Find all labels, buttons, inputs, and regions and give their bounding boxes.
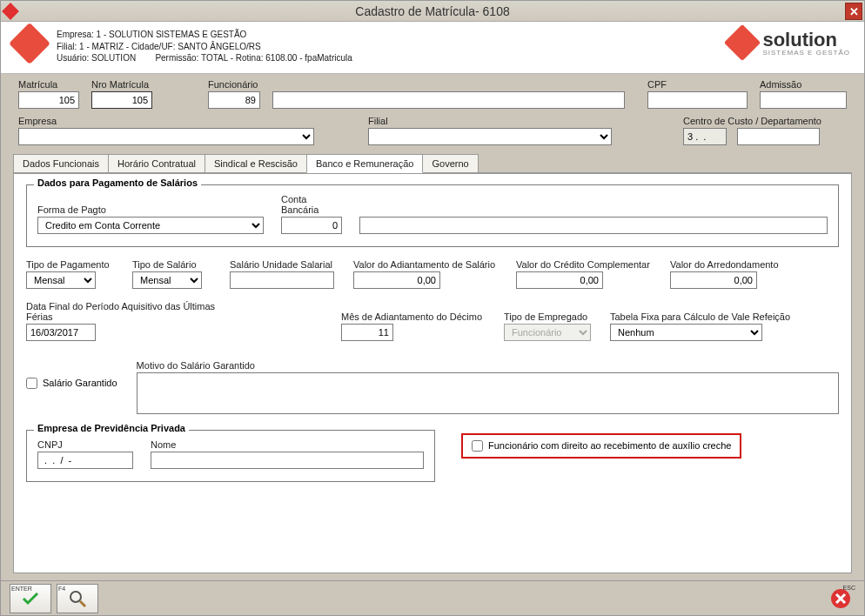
app-icon bbox=[2, 3, 19, 20]
credito-input[interactable] bbox=[516, 271, 603, 289]
dataf-input[interactable] bbox=[26, 324, 96, 341]
enter-button[interactable]: ENTER bbox=[10, 584, 51, 613]
svg-line-1 bbox=[80, 601, 85, 606]
conta-label: Conta Bancária bbox=[281, 194, 342, 215]
pagto-group-title: Dados para Pagamento de Salários bbox=[34, 177, 201, 188]
titlebar: Cadastro de Matrícula- 6108 ✕ bbox=[1, 1, 864, 22]
arredondamento-label: Valor do Arredondamento bbox=[670, 259, 788, 270]
tipo-pagamento-select[interactable]: Mensal bbox=[26, 271, 96, 289]
filial-label: Filial bbox=[368, 116, 612, 126]
cc-label: Centro de Custo / Departamento bbox=[683, 116, 727, 126]
svg-point-0 bbox=[70, 592, 81, 602]
tab-dados-funcionais[interactable]: Dados Funcionais bbox=[13, 154, 109, 172]
f4-button[interactable]: F4 bbox=[57, 584, 98, 613]
header: Empresa: 1 - SOLUTION SISTEMAS E GESTÃO … bbox=[1, 22, 864, 74]
f4-tag: F4 bbox=[58, 586, 65, 592]
search-icon bbox=[68, 589, 87, 608]
adiantamento-label: Valor do Adiantamento de Salário bbox=[353, 259, 497, 270]
sal-unidade-input[interactable] bbox=[230, 271, 334, 289]
adiantamento-input[interactable] bbox=[353, 271, 440, 289]
matricula-label: Matrícula bbox=[18, 79, 79, 90]
close-button[interactable]: ✕ bbox=[845, 3, 862, 20]
brand-text: solution bbox=[762, 29, 837, 50]
matricula-input[interactable] bbox=[18, 91, 79, 109]
motivo-salario-input[interactable] bbox=[137, 372, 839, 414]
nro-matricula-input[interactable] bbox=[91, 91, 152, 109]
cpf-label: CPF bbox=[647, 79, 748, 90]
conta-desc[interactable] bbox=[359, 217, 828, 234]
auxilio-creche-checkbox[interactable] bbox=[472, 440, 483, 452]
mes-decimo-input[interactable] bbox=[341, 324, 393, 341]
funcionario-name[interactable] bbox=[272, 91, 625, 109]
conta-num[interactable] bbox=[281, 217, 342, 234]
tabfixa-select[interactable]: Nenhum bbox=[610, 324, 762, 341]
funcionario-code[interactable] bbox=[208, 91, 260, 109]
cpf-input[interactable] bbox=[647, 91, 748, 109]
header-filial: Filial: 1 - MATRIZ - Cidade/UF: SANTO ÂN… bbox=[57, 41, 717, 53]
empresa-label: Empresa bbox=[18, 116, 314, 126]
brand: solution SISTEMAS E GESTÃO bbox=[729, 29, 850, 57]
header-empresa: Empresa: 1 - SOLUTION SISTEMAS E GESTÃO bbox=[57, 29, 717, 41]
tab-banco-remuneracao[interactable]: Banco e Remuneração bbox=[306, 154, 424, 173]
tab-sindical-rescisao[interactable]: Sindical e Rescisão bbox=[205, 154, 307, 172]
cc-name[interactable] bbox=[737, 128, 820, 145]
auxilio-creche-label: Funcionário com direito ao recebimento d… bbox=[488, 440, 731, 451]
tipo-salario-select[interactable]: Mensal bbox=[132, 271, 202, 289]
window-title: Cadastro de Matrícula- 6108 bbox=[355, 4, 509, 18]
auxilio-creche-highlight: Funcionário com direito ao recebimento d… bbox=[461, 433, 741, 459]
tab-governo[interactable]: Governo bbox=[422, 154, 478, 172]
brand-sub: SISTEMAS E GESTÃO bbox=[762, 49, 850, 57]
esc-button[interactable]: ESC bbox=[826, 584, 855, 613]
header-permissao: Permissão: TOTAL - Rotina: 6108.00 - fpa… bbox=[155, 53, 352, 63]
check-icon bbox=[21, 591, 40, 606]
salario-garantido-label: Salário Garantido bbox=[43, 378, 117, 388]
tipo-empregado-select: Funcionário bbox=[504, 324, 591, 341]
admissao-input[interactable] bbox=[760, 91, 847, 109]
motivo-salario-label: Motivo do Salário Garantido bbox=[137, 360, 839, 371]
esc-tag: ESC bbox=[843, 585, 855, 591]
cnpj-label: CNPJ bbox=[37, 439, 133, 450]
prev-nome-input[interactable] bbox=[151, 452, 424, 469]
sal-unidade-label: Salário Unidade Salarial bbox=[230, 259, 334, 270]
header-usuario: Usuário: SOLUTION bbox=[57, 53, 136, 63]
forma-pagto-select[interactable]: Credito em Conta Corrente bbox=[37, 217, 264, 234]
prev-nome-label: Nome bbox=[151, 439, 424, 450]
cnpj-input[interactable] bbox=[37, 452, 133, 469]
arredondamento-input[interactable] bbox=[670, 271, 757, 289]
brand-icon bbox=[729, 30, 755, 56]
mes-decimo-label: Mês de Adiantamento do Décimo bbox=[341, 311, 485, 322]
forma-pagto-label: Forma de Pagto bbox=[37, 204, 264, 215]
tab-horario-contratual[interactable]: Horário Contratual bbox=[108, 154, 205, 172]
tipo-salario-label: Tipo de Salário bbox=[132, 259, 211, 270]
tabfixa-label: Tabela Fixa para Cálculo de Vale Refeiçã… bbox=[610, 311, 793, 322]
tab-content: Dados para Pagamento de Salários Forma d… bbox=[13, 173, 852, 574]
nro-matricula-label: Nro Matrícula bbox=[91, 79, 152, 90]
previdencia-title: Empresa de Previdência Privada bbox=[34, 423, 189, 433]
credito-label: Valor do Crédito Complementar bbox=[516, 259, 651, 270]
filial-select[interactable] bbox=[368, 128, 612, 145]
cc-code[interactable] bbox=[683, 128, 727, 145]
empresa-select[interactable] bbox=[18, 128, 314, 145]
admissao-label: Admissão bbox=[760, 79, 847, 90]
tipo-empregado-label: Tipo de Empregado bbox=[504, 311, 591, 322]
logo-icon bbox=[15, 29, 44, 58]
enter-tag: ENTER bbox=[11, 586, 32, 592]
tipo-pagamento-label: Tipo de Pagamento bbox=[26, 259, 113, 270]
salario-garantido-checkbox[interactable] bbox=[26, 378, 37, 389]
dataf-label: Data Final do Período Aquisitivo das Últ… bbox=[26, 301, 244, 322]
funcionario-label: Funcionário bbox=[208, 79, 260, 90]
